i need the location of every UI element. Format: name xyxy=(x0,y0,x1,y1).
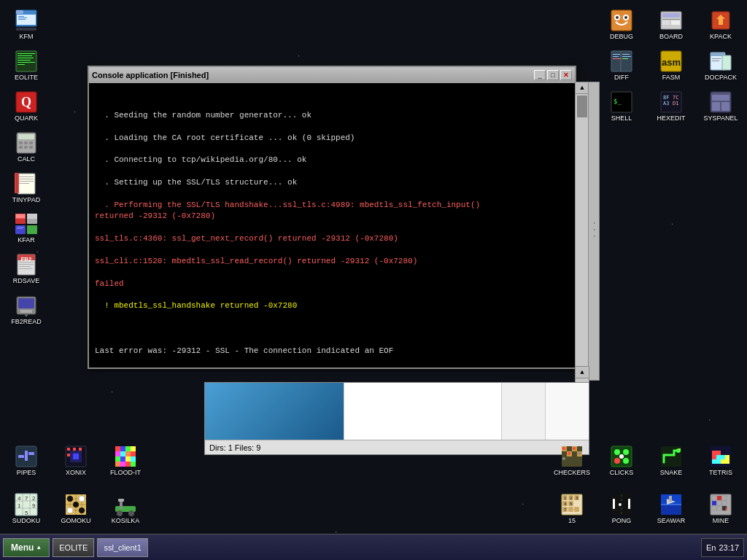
svg-rect-211 xyxy=(712,496,716,500)
svg-rect-99 xyxy=(67,448,70,451)
icon-board[interactable]: BOARD xyxy=(648,6,694,44)
svg-rect-153 xyxy=(725,459,729,464)
taskbar-eolite[interactable]: EOLITE xyxy=(53,538,94,557)
taskbar-ssl-client[interactable]: ssl_client1 xyxy=(97,538,147,557)
seawar-label: SEAWAR xyxy=(657,518,685,525)
rdsave-label: FB2READ xyxy=(11,319,42,326)
clicks-label: CLICKS xyxy=(610,470,634,477)
close-button[interactable]: ✕ xyxy=(560,70,572,80)
icon-seawar[interactable]: SEAWAR xyxy=(648,490,694,528)
minimize-button[interactable]: _ xyxy=(534,70,546,80)
icon-tinypad[interactable]: TINYPAD xyxy=(3,169,50,207)
kfm-icon xyxy=(15,9,38,32)
maximize-button[interactable]: □ xyxy=(547,70,559,80)
sudoku-label: SUDOKU xyxy=(12,518,41,525)
svg-rect-102 xyxy=(67,454,70,456)
file-panel-far-right xyxy=(545,383,589,440)
icon-rdsave[interactable]: FB2READ xyxy=(3,291,50,329)
icon-shell[interactable]: $_ SHELL xyxy=(598,88,645,125)
icon-clicks[interactable]: CLICKS xyxy=(598,442,645,480)
svg-rect-17 xyxy=(18,134,34,139)
menu-button[interactable]: Menu ▲ xyxy=(3,538,50,557)
icon-gomoku[interactable]: GOMOKU xyxy=(53,490,99,528)
console-content: . Seeding the random number generator...… xyxy=(89,83,575,368)
svg-rect-212 xyxy=(717,496,721,500)
file-panel-list xyxy=(344,383,501,440)
icon-calc[interactable]: CALC xyxy=(3,128,50,166)
svg-rect-66 xyxy=(613,58,622,59)
svg-rect-97 xyxy=(25,451,28,456)
svg-rect-3 xyxy=(18,16,24,17)
svg-rect-108 xyxy=(131,446,136,451)
checkers-label: CHECKERS xyxy=(554,470,590,477)
icon-pipes[interactable]: PIPES xyxy=(3,442,50,480)
fb2read-label: RDSAVE xyxy=(13,278,39,285)
icon-checkers[interactable]: CHECKERS xyxy=(549,442,595,480)
svg-rect-180 xyxy=(118,499,124,502)
scroll-up-button[interactable]: ▲ xyxy=(576,82,589,94)
svg-rect-65 xyxy=(613,56,619,57)
icon-kfm[interactable]: KFM xyxy=(3,6,50,44)
file-panel-right xyxy=(501,383,545,440)
scroll-thumb xyxy=(577,96,587,117)
svg-point-175 xyxy=(73,502,79,508)
icon-docpack[interactable]: DOCPACK xyxy=(697,47,744,85)
svg-point-54 xyxy=(616,16,619,19)
svg-rect-46 xyxy=(19,268,32,269)
resize-handle[interactable]: ··· xyxy=(588,82,600,381)
icon-fasm[interactable]: asm FASM xyxy=(648,47,694,85)
svg-point-140 xyxy=(619,454,624,459)
svg-rect-18 xyxy=(19,141,23,144)
icon-kfar[interactable]: KFAR xyxy=(3,209,50,247)
svg-text:7C: 7C xyxy=(673,95,678,101)
svg-rect-12 xyxy=(18,62,35,63)
icon-debug[interactable]: DEBUG xyxy=(598,6,645,44)
icon-quark[interactable]: Q QUARK xyxy=(3,88,50,125)
kpack-icon xyxy=(709,9,732,32)
svg-rect-218 xyxy=(717,506,721,510)
icon-15[interactable]: 1 2 3 4 5 7 15 xyxy=(549,490,595,528)
svg-text:9: 9 xyxy=(32,502,36,509)
svg-rect-116 xyxy=(131,456,136,462)
svg-rect-145 xyxy=(712,459,716,464)
icon-fb2read[interactable]: FB2 RDSAVE xyxy=(3,250,50,288)
svg-text:FB2: FB2 xyxy=(20,256,32,262)
fasm-icon: asm xyxy=(659,50,683,73)
svg-rect-154 xyxy=(725,455,729,459)
icon-eolite[interactable]: EOLITE xyxy=(3,47,50,85)
icon-kosilka[interactable]: KOSILKA xyxy=(102,490,149,528)
icon-flood-it[interactable]: FLOOD-IT xyxy=(102,442,149,480)
quark-icon: Q xyxy=(15,90,38,114)
svg-point-182 xyxy=(128,510,134,516)
icon-snake[interactable]: SNAKE xyxy=(648,442,694,480)
icon-kpack[interactable]: KPACK xyxy=(697,6,744,44)
mid-scroll-up[interactable]: ▲ xyxy=(576,367,589,378)
svg-point-202 xyxy=(619,503,622,506)
icon-tetris[interactable]: TETRIS xyxy=(697,442,744,480)
15-icon: 1 2 3 4 5 7 xyxy=(560,493,584,516)
svg-text:✗: ✗ xyxy=(724,507,728,512)
icon-xonix[interactable]: XONIX xyxy=(53,442,99,480)
icon-syspanel[interactable]: SYSPANEL xyxy=(697,88,744,125)
svg-rect-6 xyxy=(16,28,36,31)
svg-point-130 xyxy=(562,447,565,450)
rdsave-icon xyxy=(15,294,38,317)
svg-rect-37 xyxy=(27,225,37,234)
svg-rect-87 xyxy=(712,102,720,111)
svg-rect-101 xyxy=(79,448,82,451)
svg-rect-9 xyxy=(18,55,32,56)
svg-rect-51 xyxy=(611,10,632,31)
icon-hexedit[interactable]: 8F A3 7C D1 HEXEDIT xyxy=(648,88,694,125)
icon-sudoku[interactable]: 4 7 2 1 9 5 SUDOKU xyxy=(3,490,50,528)
svg-point-137 xyxy=(623,449,629,455)
svg-rect-45 xyxy=(19,266,31,267)
svg-rect-216 xyxy=(722,501,727,505)
svg-rect-206 xyxy=(662,505,680,513)
kfm-label: KFM xyxy=(20,34,34,41)
svg-text:1: 1 xyxy=(18,502,21,509)
bottom-left-icons-row2: 4 7 2 1 9 5 SUDOKU xyxy=(3,490,149,531)
taskbar: Menu ▲ EOLITE ssl_client1 En 23:17 xyxy=(0,534,747,560)
icon-diff[interactable]: DIFF xyxy=(598,47,645,85)
icon-pong[interactable]: PONG xyxy=(598,490,645,528)
icon-mine[interactable]: ✗ MINE xyxy=(697,490,744,528)
